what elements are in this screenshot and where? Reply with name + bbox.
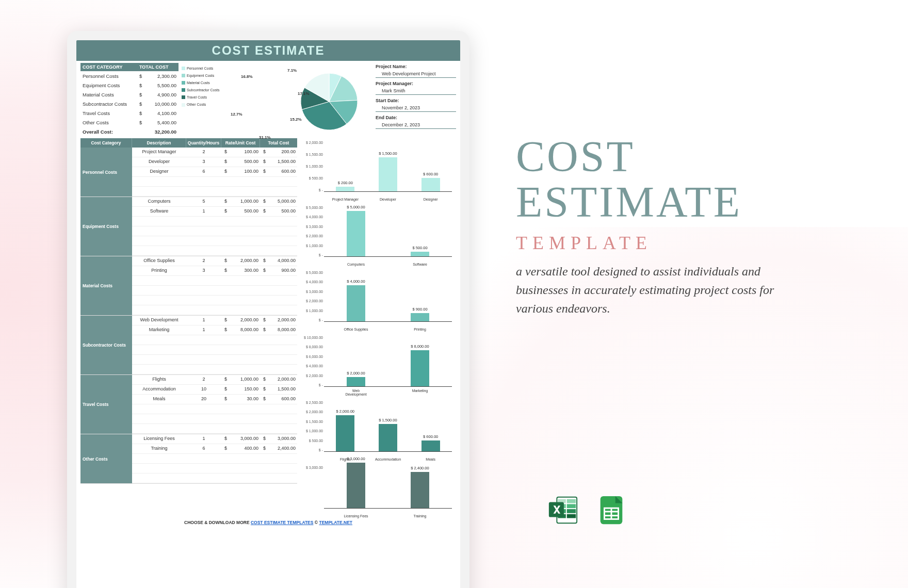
- summary-overall-row: Overall Cost: 32,200.00: [80, 127, 179, 136]
- promo-title-line1: COST: [516, 134, 805, 179]
- table-row: [132, 345, 297, 355]
- document: COST ESTIMATE COST CATEGORY TOTAL COST P…: [76, 40, 460, 588]
- pie-legend: Personnel CostsEquipment CostsMaterial C…: [182, 66, 219, 110]
- table-row: [132, 473, 297, 483]
- table-row: [132, 236, 297, 246]
- category-label: Subcontractor Costs: [80, 316, 132, 374]
- table-row: Computers5$1,000.00$5,000.00: [132, 197, 297, 207]
- start-date-label: Start Date:: [376, 98, 456, 103]
- summary-row: Subcontractor Costs$10,000.00: [80, 99, 179, 108]
- table-row: Flights2$1,000.00$2,000.00: [132, 375, 297, 385]
- table-row: Software1$500.00$500.00: [132, 207, 297, 217]
- project-name-value: Web Development Project: [376, 69, 456, 78]
- promo-subtitle: TEMPLATE: [516, 232, 805, 254]
- table-row: Licensing Fees1$3,000.00$3,000.00: [132, 434, 297, 444]
- mini-bar-chart: $ 3,000.00$ 3,000.00$ 2,400.00Licensing …: [300, 463, 456, 518]
- table-row: Meals20$30.00$600.00: [132, 395, 297, 404]
- start-date-value: November 2, 2023: [376, 103, 456, 112]
- table-row: [132, 305, 297, 315]
- category-block: Material CostsOffice Supplies2$2,000.00$…: [80, 256, 297, 316]
- table-row: [132, 246, 297, 256]
- summary-row: Travel Costs$4,100.00: [80, 108, 179, 118]
- category-block: Other CostsLicensing Fees1$3,000.00$3,00…: [80, 434, 297, 484]
- mini-bar-chart: $ 10,000.00$ 8,000.00$ 6,000.00$ 4,000.0…: [300, 333, 456, 396]
- document-footer: CHOOSE & DOWNLOAD MORE COST ESTIMATE TEM…: [76, 520, 460, 525]
- sheets-icon: [595, 494, 627, 526]
- table-row: Training6$400.00$2,400.00: [132, 444, 297, 454]
- legend-item: Travel Costs: [182, 95, 219, 100]
- legend-item: Equipment Costs: [182, 73, 219, 78]
- category-block: Equipment CostsComputers5$1,000.00$5,000…: [80, 197, 297, 256]
- promo-title-line2: ESTIMATE: [516, 179, 805, 225]
- project-meta: Project Name: Web Development Project Pr…: [374, 63, 456, 136]
- category-label: Travel Costs: [80, 375, 132, 434]
- table-row: Web Development1$2,000.00$2,000.00: [132, 316, 297, 325]
- legend-item: Personnel Costs: [182, 66, 219, 71]
- summary-row: Material Costs$4,900.00: [80, 90, 179, 99]
- table-row: [132, 414, 297, 424]
- excel-icon: [547, 494, 579, 526]
- category-label: Equipment Costs: [80, 197, 132, 256]
- table-row: [132, 296, 297, 305]
- manager-label: Project Manager:: [376, 81, 456, 86]
- category-block: Personnel CostsProject Manager2$100.00$2…: [80, 148, 297, 197]
- detail-table: Cost Category Description Quantity/Hours…: [80, 138, 297, 518]
- table-row: Printing3$300.00$900.00: [132, 266, 297, 276]
- pie-chart: [283, 63, 365, 140]
- table-row: [132, 365, 297, 374]
- legend-item: Material Costs: [182, 80, 219, 85]
- table-row: Marketing1$8,000.00$8,000.00: [132, 325, 297, 335]
- summary-row: Personnel Costs$2,300.00: [80, 71, 179, 80]
- footer-templates-link[interactable]: COST ESTIMATE TEMPLATES: [251, 520, 314, 525]
- category-label: Other Costs: [80, 434, 132, 483]
- pie-slice-label: 7.1%: [287, 68, 297, 73]
- summary-header-total: TOTAL COST: [139, 64, 175, 70]
- end-date-label: End Date:: [376, 115, 456, 120]
- table-row: [132, 276, 297, 286]
- tablet-mockup: COST ESTIMATE COST CATEGORY TOTAL COST P…: [67, 31, 469, 588]
- footer-site-link[interactable]: TEMPLATE.NET: [319, 520, 352, 525]
- end-date-value: December 2, 2023: [376, 120, 456, 129]
- mini-bar-chart: $ 2,500.00$ 2,000.00$ 1,500.00$ 1,000.00…: [300, 398, 456, 461]
- table-row: Office Supplies2$2,000.00$4,000.00: [132, 256, 297, 266]
- table-row: [132, 177, 297, 187]
- pie-slice-label: 12.7%: [231, 112, 242, 117]
- table-row: [132, 217, 297, 226]
- table-row: [132, 187, 297, 197]
- category-label: Personnel Costs: [80, 148, 132, 197]
- pie-slice-label: 31.1%: [259, 135, 271, 140]
- table-row: [132, 226, 297, 236]
- mini-bar-chart: $ 5,000.00$ 4,000.00$ 3,000.00$ 2,000.00…: [300, 268, 456, 331]
- svg-rect-6: [567, 509, 576, 513]
- table-row: [132, 335, 297, 345]
- table-row: [132, 404, 297, 414]
- table-row: [132, 424, 297, 434]
- category-block: Travel CostsFlights2$1,000.00$2,000.00Ac…: [80, 375, 297, 434]
- promo-description: a versatile tool designed to assist indi…: [516, 262, 779, 318]
- table-row: Developer3$500.00$1,500.00: [132, 157, 297, 167]
- legend-item: Other Costs: [182, 102, 219, 107]
- summary-header-category: COST CATEGORY: [83, 64, 139, 70]
- pie-chart-area: Personnel CostsEquipment CostsMaterial C…: [182, 63, 370, 136]
- summary-row: Other Costs$5,400.00: [80, 118, 179, 127]
- promo-panel: COST ESTIMATE TEMPLATE a versatile tool …: [516, 134, 805, 318]
- mini-bar-chart: $ 2,000.00$ 1,500.00$ 1,000.00$ 500.00$ …: [300, 138, 456, 201]
- charts-column: $ 2,000.00$ 1,500.00$ 1,000.00$ 500.00$ …: [300, 138, 456, 518]
- project-name-label: Project Name:: [376, 64, 456, 69]
- summary-row: Equipment Costs$5,500.00: [80, 80, 179, 90]
- table-row: [132, 355, 297, 365]
- legend-item: Subcontractor Costs: [182, 88, 219, 92]
- mini-bar-chart: $ 5,000.00$ 4,000.00$ 3,000.00$ 2,000.00…: [300, 203, 456, 266]
- table-row: [132, 454, 297, 464]
- app-icons: [547, 494, 627, 526]
- svg-rect-2: [567, 499, 576, 503]
- table-row: [132, 286, 297, 296]
- pie-slice-label: 16.8%: [241, 74, 253, 79]
- manager-value: Mark Smith: [376, 86, 456, 95]
- table-row: Accommodation10$150.00$1,500.00: [132, 385, 297, 395]
- category-block: Subcontractor CostsWeb Development1$2,00…: [80, 316, 297, 375]
- pie-slice-label: 17.1%: [298, 91, 310, 96]
- pie-slice-label: 15.2%: [290, 117, 302, 122]
- table-row: [132, 464, 297, 473]
- svg-rect-4: [567, 504, 576, 508]
